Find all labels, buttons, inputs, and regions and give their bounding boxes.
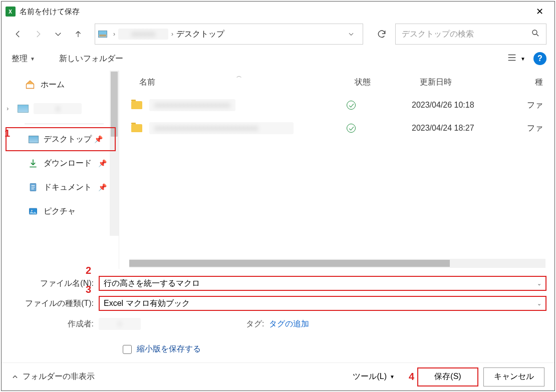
pin-icon: 📌 (94, 135, 103, 143)
pictures-icon (28, 206, 39, 216)
navigation-pane: 1 ホーム › x デスクトップ 📌 (2, 71, 119, 269)
close-button[interactable]: ✕ (529, 3, 550, 20)
annotation-4: 4 (409, 371, 414, 382)
navigation-bar: › xxxxxx › デスクトップ (2, 22, 554, 47)
path-separator-icon: › (113, 31, 115, 38)
path-separator-icon: › (171, 31, 173, 38)
history-dropdown[interactable] (50, 26, 67, 43)
path-segment: デスクトップ (176, 29, 224, 40)
back-button[interactable] (10, 26, 27, 43)
save-button[interactable]: 保存(S) (417, 367, 478, 386)
horizontal-scrollbar[interactable] (129, 259, 545, 268)
file-row[interactable]: xxxxxxxxxxxxxxxxxxxxxxxxxx 2023/04/24 18… (119, 117, 554, 140)
search-box[interactable] (395, 24, 546, 45)
sync-ok-icon (347, 101, 356, 110)
sidebar-item-home[interactable]: ホーム (13, 73, 119, 97)
author-value-blurred: x (99, 318, 141, 330)
tools-menu[interactable]: ツール(L)▼ (353, 371, 394, 382)
sidebar-item-label: ピクチャ (44, 206, 76, 217)
sort-indicator-icon: ︿ (236, 72, 242, 80)
sidebar-item-user[interactable]: x (13, 97, 119, 121)
sidebar-item-downloads[interactable]: ダウンロード 📌 (4, 151, 119, 175)
dialog-footer: フォルダーの非表示 ツール(L)▼ 4 保存(S) キャンセル (2, 362, 554, 390)
svg-point-0 (532, 30, 537, 35)
sidebar-item-label: デスクトップ (44, 134, 92, 145)
sidebar-item-desktop[interactable]: デスクトップ 📌 (6, 127, 116, 151)
document-icon (28, 182, 39, 192)
search-input[interactable] (402, 30, 531, 39)
column-header-type[interactable]: 種 (535, 77, 554, 88)
tag-add-link[interactable]: タグの追加 (269, 319, 309, 329)
cancel-button[interactable]: キャンセル (483, 367, 544, 386)
column-header-date[interactable]: 更新日時 (420, 77, 535, 88)
folder-icon (131, 124, 142, 132)
save-thumbnail-label: 縮小版を保存する (137, 344, 201, 354)
file-date: 2023/04/26 10:18 (412, 101, 527, 110)
save-as-dialog: X 名前を付けて保存 ✕ › xxxxxx › デスクトップ 整理▼ 新しいフォ… (1, 1, 555, 391)
save-thumbnail-checkbox[interactable]: 縮小版を保存する (123, 344, 546, 354)
user-drive-icon (18, 105, 29, 113)
path-segment-blurred: xxxxxx (118, 29, 168, 40)
desktop-location-icon (98, 31, 107, 38)
sidebar-item-pictures[interactable]: ピクチャ (4, 199, 119, 223)
refresh-button[interactable] (371, 24, 392, 45)
window-title: 名前を付けて保存 (20, 7, 80, 17)
sidebar-item-label: ホーム (41, 80, 65, 90)
file-name-blurred: xxxxxxxxxxxxxxxxxxx (149, 99, 235, 111)
tag-label: タグ: (246, 319, 264, 329)
file-row[interactable]: xxxxxxxxxxxxxxxxxxx 2023/04/26 10:18 ファ (119, 94, 554, 117)
organize-menu[interactable]: 整理▼ (10, 51, 37, 67)
sidebar-item-label: ドキュメント (44, 182, 92, 193)
title-bar: X 名前を付けて保存 ✕ (2, 2, 554, 22)
filename-input[interactable]: 行の高さを統一するマクロ ⌄ (99, 276, 546, 291)
folder-icon (131, 101, 142, 109)
file-type: ファ (527, 123, 543, 134)
sync-ok-icon (347, 124, 356, 133)
file-date: 2023/04/24 18:27 (412, 124, 527, 133)
sidebar-item-label: ダウンロード (44, 158, 92, 169)
new-folder-button[interactable]: 新しいフォルダー (57, 51, 125, 67)
toolbar: 整理▼ 新しいフォルダー ▼ ? (2, 47, 554, 71)
svg-point-3 (31, 210, 33, 211)
sidebar-item-documents[interactable]: ドキュメント 📌 (4, 175, 119, 199)
filename-value: 行の高さを統一するマクロ (104, 278, 200, 289)
desktop-icon (29, 136, 39, 143)
pin-icon: 📌 (98, 183, 107, 191)
pin-icon: 📌 (98, 159, 107, 167)
download-icon (28, 158, 39, 168)
address-bar[interactable]: › xxxxxx › デスクトップ (95, 24, 363, 45)
dropdown-caret-icon[interactable]: ⌄ (537, 300, 541, 307)
column-headers: ︿ 名前 状態 更新日時 種 (119, 71, 554, 94)
annotation-2: 2 (86, 265, 91, 276)
file-type: ファ (527, 100, 543, 111)
main-area: 1 ホーム › x デスクトップ 📌 (2, 71, 554, 269)
sidebar-item-label-blurred: x (34, 103, 82, 114)
help-button[interactable]: ? (533, 52, 546, 65)
annotation-1: 1 (5, 128, 10, 139)
search-icon (531, 29, 540, 40)
address-dropdown[interactable] (343, 31, 360, 38)
up-button[interactable] (70, 26, 87, 43)
checkbox-icon (123, 345, 132, 354)
author-label: 作成者: (10, 319, 99, 329)
home-icon (25, 80, 36, 90)
annotation-3: 3 (86, 284, 91, 295)
save-form: 2 3 ファイル名(N): 行の高さを統一するマクロ ⌄ ファイルの種類(T):… (2, 269, 554, 362)
column-header-name[interactable]: 名前 (139, 77, 355, 88)
view-options-button[interactable]: ▼ (506, 52, 525, 65)
filetype-select[interactable]: Excel マクロ有効ブック ⌄ (99, 296, 546, 311)
hide-folders-button[interactable]: フォルダーの非表示 (12, 371, 95, 382)
dropdown-caret-icon[interactable]: ⌄ (537, 280, 541, 287)
excel-app-icon: X (6, 7, 16, 17)
forward-button[interactable] (30, 26, 47, 43)
file-name-blurred: xxxxxxxxxxxxxxxxxxxxxxxxxx (149, 122, 294, 134)
column-header-state[interactable]: 状態 (355, 77, 420, 88)
filetype-value: Excel マクロ有効ブック (104, 298, 190, 309)
expand-chevron-icon[interactable]: › (4, 105, 12, 112)
file-list-pane: ︿ 名前 状態 更新日時 種 xxxxxxxxxxxxxxxxxxx 2023/… (119, 71, 554, 269)
filetype-label: ファイルの種類(T): (10, 298, 99, 309)
